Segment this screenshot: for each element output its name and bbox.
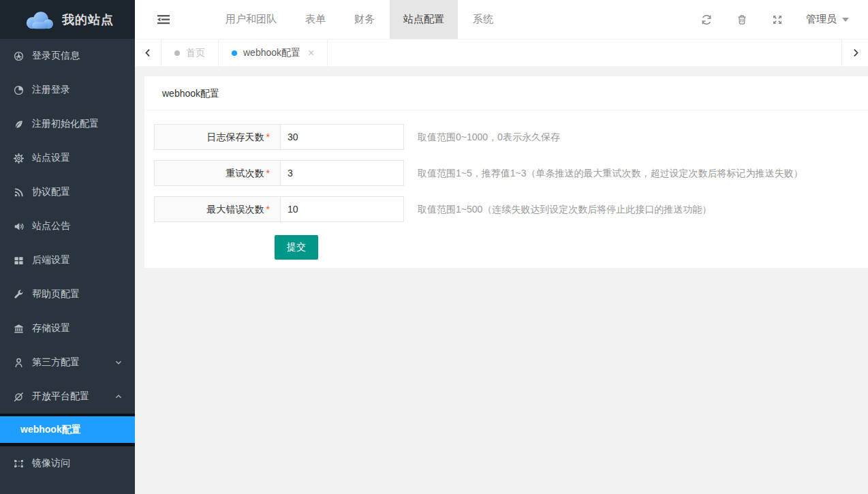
nav-item-finance[interactable]: 财务 (341, 0, 388, 39)
sidebar-item-label: 注册登录 (32, 84, 123, 96)
user-menu[interactable]: 管理员 (795, 0, 868, 39)
field-hint-max-error-count: 取值范围1~500（连续失败达到设定次数后将停止此接口的推送功能） (418, 196, 711, 222)
tabs-scroll-right-icon[interactable] (841, 40, 868, 66)
gear-icon (14, 153, 25, 164)
header: 用户和团队表单财务站点配置系统 管理员 (135, 0, 868, 40)
sidebar-item-storage-settings[interactable]: 存储设置 (0, 311, 135, 345)
grid-icon (14, 255, 25, 266)
speaker-icon (14, 221, 25, 232)
sidebar-item-register-login[interactable]: 注册登录 (0, 73, 135, 107)
field-input-retry-count[interactable] (280, 160, 404, 186)
webhook-config-card: webhook配置 日志保存天数*取值范围0~1000，0表示永久保存重试次数*… (144, 76, 868, 268)
chevron-down-icon (114, 358, 123, 367)
sidebar-item-label: 第三方配置 (32, 356, 114, 369)
refresh-icon[interactable] (689, 0, 724, 39)
user-name: 管理员 (806, 13, 837, 26)
required-asterisk: * (266, 168, 270, 179)
sidebar-menu: 登录页信息注册登录注册初始化配置站点设置协议配置站点公告后端设置帮助页配置存储设… (0, 39, 135, 480)
header-actions: 管理员 (689, 0, 868, 39)
tab-home[interactable]: 首页 (161, 40, 219, 66)
nav-item-site-config[interactable]: 站点配置 (390, 0, 458, 39)
sidebar-item-site-announcement[interactable]: 站点公告 (0, 209, 135, 243)
nav-item-forms[interactable]: 表单 (292, 0, 339, 39)
field-input-max-error-count[interactable] (280, 196, 404, 222)
sidebar-item-mirror-access[interactable]: 镜像访问 (0, 446, 135, 480)
sidebar-item-help-page-config[interactable]: 帮助页配置 (0, 277, 135, 311)
sidebar-item-backend-settings[interactable]: 后端设置 (0, 243, 135, 277)
person-icon (14, 357, 25, 368)
sidebar-item-label: 开放平台配置 (32, 390, 114, 403)
nav-item-users-and-teams[interactable]: 用户和团队 (212, 0, 290, 39)
sidebar-item-label: 后端设置 (32, 254, 123, 266)
sidebar-item-label: 站点设置 (32, 152, 123, 164)
sidebar-item-site-settings[interactable]: 站点设置 (0, 141, 135, 175)
field-hint-log-retention-days: 取值范围0~1000，0表示永久保存 (418, 124, 560, 150)
rss-icon (14, 187, 25, 198)
tabs: 首页webhook配置× (161, 40, 328, 66)
sidebar: 我的站点 登录页信息注册登录注册初始化配置站点设置协议配置站点公告后端设置帮助页… (0, 0, 135, 494)
object-group-icon (14, 458, 25, 469)
tab-status-dot (232, 50, 237, 56)
sidebar-item-label: 帮助页配置 (32, 288, 123, 300)
field-label-log-retention-days: 日志保存天数* (154, 124, 281, 150)
sidebar-item-label: 注册初始化配置 (32, 118, 123, 130)
wrench-icon (14, 289, 25, 300)
sidebar-item-label: 协议配置 (32, 186, 123, 198)
main-content: webhook配置 日志保存天数*取值范围0~1000，0表示永久保存重试次数*… (135, 66, 868, 494)
tab-status-dot (174, 50, 180, 56)
field-input-log-retention-days[interactable] (280, 124, 404, 150)
submit-row: 提交 (275, 235, 854, 260)
form-row-retry-count: 重试次数*取值范围1~5，推荐值1~3（单条推送的最大重试次数，超过设定次数后将… (154, 160, 854, 186)
field-label-max-error-count: 最大错误次数* (154, 196, 281, 222)
tabs-scroll-left-icon[interactable] (135, 40, 161, 66)
field-hint-retry-count: 取值范围1~5，推荐值1~3（单条推送的最大重试次数，超过设定次数后将标记为推送… (418, 160, 803, 186)
sidebar-item-label: 存储设置 (32, 322, 123, 335)
card-title: webhook配置 (144, 76, 868, 110)
pie-chart-icon (14, 84, 25, 95)
sidebar-item-register-init-config[interactable]: 注册初始化配置 (0, 107, 135, 141)
sidebar-collapse-icon[interactable] (150, 0, 177, 39)
trash-icon[interactable] (724, 0, 760, 39)
cloud-icon (21, 9, 55, 31)
sidebar-item-protocol-config[interactable]: 协议配置 (0, 175, 135, 209)
sidebar-item-label: 登录页信息 (32, 50, 123, 62)
bank-icon (14, 323, 25, 334)
top-navigation: 用户和团队表单财务站点配置系统 (211, 0, 508, 39)
sidebar-submenu: webhook配置 (0, 414, 135, 446)
sidebar-item-login-page-info[interactable]: 登录页信息 (0, 39, 135, 73)
planet-icon (14, 391, 25, 402)
tab-bar: 首页webhook配置× (135, 40, 868, 66)
webhook-config-form: 日志保存天数*取值范围0~1000，0表示永久保存重试次数*取值范围1~5，推荐… (144, 110, 868, 268)
tab-label: webhook配置 (243, 47, 300, 59)
nav-item-system[interactable]: 系统 (459, 0, 507, 39)
submit-button[interactable]: 提交 (275, 235, 318, 260)
tab-label: 首页 (186, 47, 205, 59)
form-row-log-retention-days: 日志保存天数*取值范围0~1000，0表示永久保存 (154, 124, 854, 150)
sidebar-item-third-party-config[interactable]: 第三方配置 (0, 345, 135, 380)
form-row-max-error-count: 最大错误次数*取值范围1~500（连续失败达到设定次数后将停止此接口的推送功能） (154, 196, 854, 222)
caret-down-icon (842, 18, 849, 22)
required-asterisk: * (266, 132, 270, 142)
tab-webhook-config[interactable]: webhook配置× (219, 40, 328, 66)
sidebar-item-label: 镜像访问 (32, 457, 123, 469)
sidebar-subitem-webhook-config[interactable]: webhook配置 (0, 416, 135, 443)
close-tab-icon[interactable]: × (308, 48, 314, 59)
field-label-retry-count: 重试次数* (154, 160, 281, 186)
logo-title: 我的站点 (62, 12, 114, 28)
fullscreen-icon[interactable] (760, 0, 795, 39)
sidebar-item-open-platform-config[interactable]: 开放平台配置 (0, 380, 135, 414)
leaf-icon (14, 119, 25, 129)
futbol-icon (14, 50, 25, 61)
sidebar-item-label: 站点公告 (32, 220, 123, 232)
required-asterisk: * (266, 204, 270, 215)
logo: 我的站点 (0, 0, 135, 39)
chevron-up-icon (114, 392, 123, 401)
